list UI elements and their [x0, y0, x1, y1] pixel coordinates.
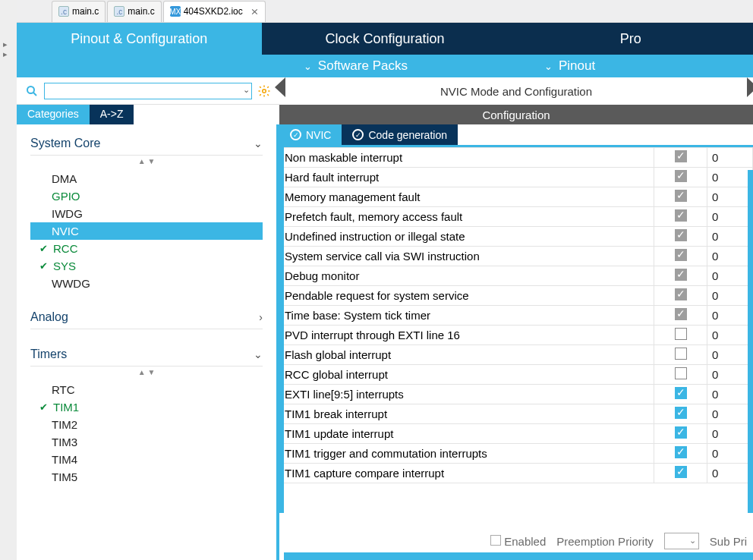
- interrupt-name: Time base: System tick timer: [280, 306, 654, 326]
- chevron-down-icon: ⌄: [254, 348, 263, 360]
- main-tab[interactable]: Clock Configuration: [262, 23, 508, 55]
- editor-tab[interactable]: MX404SXKD2.ioc⨯: [163, 1, 266, 22]
- sidebar-item-label: TIM4: [52, 453, 77, 466]
- tab-categories[interactable]: Categories: [17, 105, 90, 124]
- interrupt-enabled-cell[interactable]: [654, 444, 707, 464]
- interrupt-enabled-cell[interactable]: [654, 187, 707, 207]
- table-row[interactable]: TIM1 break interrupt0: [280, 404, 753, 424]
- interrupt-name: TIM1 break interrupt: [280, 404, 654, 424]
- editor-tabbar: .cmain.c.cmain.cMX404SXKD2.ioc⨯: [17, 0, 753, 23]
- checkbox-icon: [675, 348, 687, 360]
- chevron-down-icon: ⌄: [544, 61, 553, 72]
- interrupt-priority: 0: [707, 306, 753, 326]
- table-row[interactable]: Pendable request for system service0: [280, 286, 753, 306]
- interrupt-priority: 0: [707, 266, 753, 286]
- table-row[interactable]: PVD interrupt through EXTI line 160: [280, 326, 753, 345]
- category-header[interactable]: Analog›: [30, 306, 263, 329]
- sidebar-item[interactable]: RCC: [30, 240, 263, 257]
- checkbox-icon: [675, 209, 687, 222]
- table-row[interactable]: System service call via SWI instruction0: [280, 247, 753, 266]
- config-inner-tab[interactable]: ✓NVIC: [279, 124, 342, 145]
- interrupt-name: Pendable request for system service: [280, 286, 654, 306]
- category-header[interactable]: Timers⌄: [30, 343, 263, 367]
- check-circle-icon: ✓: [352, 129, 364, 140]
- preemption-dropdown[interactable]: ⌄: [664, 533, 699, 549]
- table-row[interactable]: TIM1 trigger and commutation interrupts0: [280, 444, 753, 464]
- sidebar-item[interactable]: DMA: [30, 170, 263, 187]
- sidebar-item[interactable]: TIM5: [30, 468, 263, 486]
- table-row[interactable]: Memory management fault0: [280, 187, 753, 207]
- interrupt-enabled-cell[interactable]: [654, 247, 707, 266]
- table-scroll-right[interactable]: [748, 170, 753, 513]
- search-input[interactable]: ⌄: [44, 83, 252, 99]
- table-row[interactable]: Time base: System tick timer0: [280, 306, 753, 326]
- interrupt-enabled-cell[interactable]: [654, 385, 707, 404]
- table-row[interactable]: EXTI line[9:5] interrupts0: [280, 385, 753, 404]
- editor-tab[interactable]: .cmain.c: [107, 1, 161, 22]
- c-file-icon: .c: [58, 6, 69, 17]
- main-tab[interactable]: Pinout & Configuration: [17, 23, 262, 55]
- interrupt-enabled-cell[interactable]: [654, 227, 707, 247]
- sidebar-item[interactable]: TIM4: [30, 451, 263, 468]
- interrupt-enabled-cell[interactable]: [654, 207, 707, 227]
- checkbox-icon: [675, 269, 687, 281]
- table-row[interactable]: Undefined instruction or illegal state0: [280, 227, 753, 247]
- c-file-icon: .c: [114, 6, 124, 17]
- table-row[interactable]: TIM1 capture compare interrupt0: [280, 464, 753, 483]
- table-row[interactable]: TIM1 update interrupt0: [280, 424, 753, 444]
- config-panel: NVIC Mode and Configuration Configuratio…: [279, 77, 753, 560]
- editor-tab[interactable]: .cmain.c: [52, 1, 106, 22]
- interrupt-priority: 0: [707, 227, 753, 247]
- next-peripheral-icon[interactable]: [747, 77, 753, 97]
- table-scroll-left[interactable]: [279, 147, 284, 513]
- software-packs-menu[interactable]: ⌄Software Packs: [304, 58, 408, 74]
- inner-tab-label: Code generation: [368, 129, 447, 141]
- table-row[interactable]: RCC global interrupt0: [280, 365, 753, 385]
- tab-a-to-z[interactable]: A->Z: [90, 105, 134, 124]
- search-icon[interactable]: [24, 83, 39, 99]
- table-row[interactable]: Debug monitor0: [280, 266, 753, 286]
- interrupt-name: TIM1 capture compare interrupt: [280, 464, 654, 483]
- interrupt-enabled-cell[interactable]: [654, 424, 707, 444]
- sidebar-item[interactable]: WWDG: [30, 275, 263, 292]
- sidebar-item[interactable]: NVIC: [30, 222, 263, 240]
- interrupt-priority: 0: [707, 207, 753, 227]
- interrupt-enabled-cell[interactable]: [654, 148, 707, 168]
- interrupt-enabled-cell[interactable]: [654, 326, 707, 345]
- svg-point-0: [27, 87, 34, 93]
- chevron-down-icon: ⌄: [304, 61, 312, 72]
- table-row[interactable]: Non maskable interrupt0: [280, 148, 753, 168]
- pinout-menu[interactable]: ⌄Pinout: [544, 58, 595, 74]
- interrupt-enabled-cell[interactable]: [654, 266, 707, 286]
- sidebar-item[interactable]: TIM3: [30, 433, 263, 451]
- sidebar-item[interactable]: TIM1: [30, 398, 263, 416]
- table-row[interactable]: Prefetch fault, memory access fault0: [280, 207, 753, 227]
- sort-icon[interactable]: ▲ ▼: [30, 367, 263, 378]
- horizontal-scrollbar[interactable]: [284, 552, 753, 560]
- sidebar-item[interactable]: SYS: [30, 257, 263, 275]
- gear-icon[interactable]: [257, 83, 272, 99]
- category-header[interactable]: System Core⌄: [30, 132, 263, 156]
- interrupt-name: Flash global interrupt: [280, 345, 654, 365]
- interrupt-enabled-cell[interactable]: [654, 464, 707, 483]
- interrupt-enabled-cell[interactable]: [654, 168, 707, 187]
- interrupt-enabled-cell[interactable]: [654, 286, 707, 306]
- interrupt-priority: 0: [707, 365, 753, 385]
- sidebar-item[interactable]: RTC: [30, 381, 263, 398]
- category-name: Analog: [30, 310, 68, 324]
- main-tab[interactable]: Pro: [507, 23, 753, 55]
- interrupt-enabled-cell[interactable]: [654, 365, 707, 385]
- close-icon[interactable]: ⨯: [250, 6, 259, 17]
- sidebar-item[interactable]: GPIO: [30, 187, 263, 205]
- interrupt-enabled-cell[interactable]: [654, 345, 707, 365]
- table-row[interactable]: Flash global interrupt0: [280, 345, 753, 365]
- sidebar-item[interactable]: TIM2: [30, 416, 263, 433]
- interrupt-enabled-cell[interactable]: [654, 306, 707, 326]
- table-row[interactable]: Hard fault interrupt0: [280, 168, 753, 187]
- interrupt-enabled-cell[interactable]: [654, 404, 707, 424]
- config-inner-tab[interactable]: ✓Code generation: [342, 124, 458, 145]
- checkbox-icon: [675, 466, 687, 478]
- sidebar-item[interactable]: IWDG: [30, 205, 263, 222]
- enabled-toggle[interactable]: Enabled: [490, 535, 546, 548]
- sort-icon[interactable]: ▲ ▼: [30, 156, 263, 167]
